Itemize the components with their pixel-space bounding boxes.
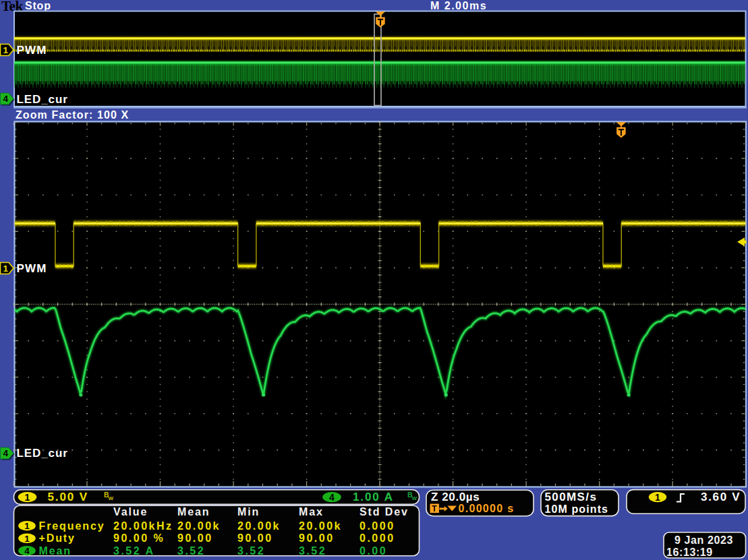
svg-text:W: W (109, 495, 114, 501)
svg-text:M 2.00ms: M 2.00ms (430, 0, 487, 11)
svg-text:Max: Max (299, 506, 324, 518)
svg-text:1: 1 (3, 263, 9, 274)
svg-text:Std Dev: Std Dev (359, 506, 409, 518)
svg-text:20.00k: 20.00k (299, 520, 342, 532)
svg-text:3.52 A: 3.52 A (113, 545, 155, 557)
svg-text:Frequency: Frequency (39, 520, 105, 532)
svg-text:1: 1 (655, 492, 660, 503)
svg-text:3.52: 3.52 (237, 545, 265, 557)
svg-text:16:13:19: 16:13:19 (666, 547, 713, 558)
svg-text:10M points: 10M points (545, 503, 609, 515)
svg-text:90.00: 90.00 (237, 532, 273, 544)
svg-text:1: 1 (24, 521, 30, 531)
svg-text:500MS/s: 500MS/s (545, 491, 598, 503)
svg-text:Value: Value (113, 506, 148, 518)
svg-text:3.52: 3.52 (299, 545, 326, 557)
svg-text:Min: Min (237, 506, 260, 518)
svg-text:1.00 A: 1.00 A (353, 491, 394, 503)
svg-text:5.00 V: 5.00 V (48, 491, 89, 503)
svg-text:20.00kHz: 20.00kHz (113, 520, 173, 532)
svg-text:9 Jan 2023: 9 Jan 2023 (674, 534, 733, 546)
svg-text:LED_cur: LED_cur (17, 447, 68, 460)
svg-text:4: 4 (3, 94, 9, 104)
svg-text:0.00: 0.00 (359, 545, 387, 557)
svg-text:Mean: Mean (177, 506, 210, 518)
svg-text:1: 1 (24, 534, 30, 544)
svg-text:4: 4 (329, 492, 335, 503)
svg-text:3.52: 3.52 (177, 545, 205, 557)
svg-text:90.00: 90.00 (177, 532, 213, 544)
svg-text:PWM: PWM (17, 262, 47, 275)
svg-text:20.00k: 20.00k (237, 520, 281, 532)
svg-text:20.00k: 20.00k (177, 520, 221, 532)
svg-text:4: 4 (24, 546, 30, 556)
svg-text:Mean: Mean (39, 545, 72, 557)
svg-text:3.60 V: 3.60 V (701, 491, 741, 503)
svg-text:W: W (412, 495, 418, 501)
svg-text:90.00: 90.00 (299, 532, 335, 544)
svg-text:Stop: Stop (25, 0, 51, 11)
svg-text:0.00000 s: 0.00000 s (459, 503, 515, 514)
svg-text:LED_cur: LED_cur (17, 93, 68, 106)
svg-text:1: 1 (3, 45, 9, 55)
svg-text:0.000: 0.000 (359, 532, 395, 544)
svg-text:1: 1 (25, 492, 30, 503)
svg-text:+Duty: +Duty (39, 532, 76, 544)
svg-text:Zoom Factor: 100 X: Zoom Factor: 100 X (16, 109, 129, 121)
svg-text:T: T (432, 504, 437, 514)
svg-text:Z 20.0µs: Z 20.0µs (431, 491, 480, 503)
svg-text:0.000: 0.000 (359, 520, 395, 532)
svg-text:4: 4 (3, 448, 9, 458)
svg-text:PWM: PWM (17, 44, 47, 57)
svg-text:90.00 %: 90.00 % (113, 532, 165, 544)
